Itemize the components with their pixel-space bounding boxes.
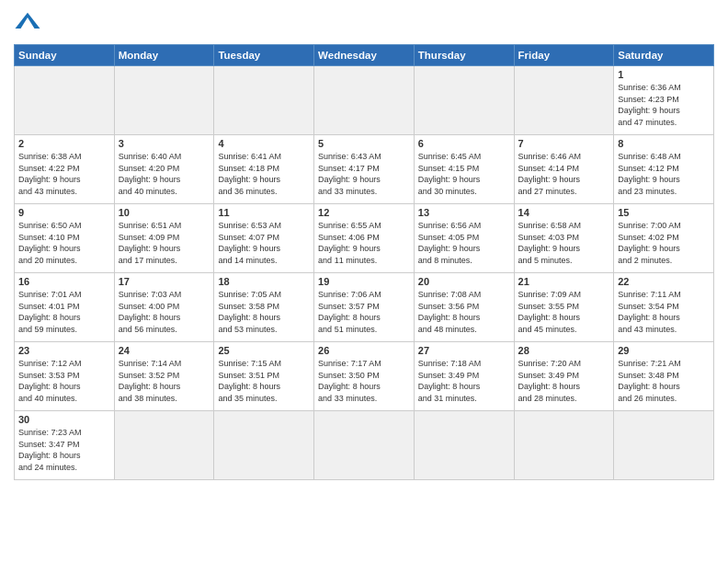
day-info: Sunrise: 7:11 AM Sunset: 3:54 PM Dayligh… (618, 289, 710, 335)
day-number: 4 (218, 138, 310, 149)
calendar-day-cell (514, 66, 614, 135)
day-header-sunday: Sunday (15, 45, 115, 66)
calendar-day-cell (614, 411, 714, 480)
calendar-table: SundayMondayTuesdayWednesdayThursdayFrid… (14, 44, 714, 480)
day-number: 27 (418, 345, 510, 356)
day-number: 8 (618, 138, 710, 149)
logo-icon (14, 9, 41, 37)
calendar-week-row: 9Sunrise: 6:50 AM Sunset: 4:10 PM Daylig… (15, 204, 714, 273)
day-number: 13 (418, 207, 510, 218)
calendar-day-cell: 12Sunrise: 6:55 AM Sunset: 4:06 PM Dayli… (314, 204, 415, 273)
day-number: 19 (318, 276, 410, 287)
day-number: 18 (218, 276, 310, 287)
day-number: 3 (119, 138, 210, 149)
calendar-day-cell: 9Sunrise: 6:50 AM Sunset: 4:10 PM Daylig… (15, 204, 115, 273)
day-info: Sunrise: 7:01 AM Sunset: 4:01 PM Dayligh… (18, 289, 110, 335)
day-info: Sunrise: 7:21 AM Sunset: 3:48 PM Dayligh… (618, 358, 710, 404)
day-number: 11 (218, 207, 310, 218)
calendar-day-cell: 7Sunrise: 6:46 AM Sunset: 4:14 PM Daylig… (514, 135, 614, 204)
calendar-day-cell: 16Sunrise: 7:01 AM Sunset: 4:01 PM Dayli… (15, 273, 115, 342)
calendar-day-cell: 10Sunrise: 6:51 AM Sunset: 4:09 PM Dayli… (114, 204, 214, 273)
calendar-day-cell: 5Sunrise: 6:43 AM Sunset: 4:17 PM Daylig… (314, 135, 415, 204)
calendar-day-cell (314, 411, 415, 480)
calendar-week-row: 1Sunrise: 6:36 AM Sunset: 4:23 PM Daylig… (15, 66, 714, 135)
day-number: 17 (119, 276, 210, 287)
calendar-day-cell: 22Sunrise: 7:11 AM Sunset: 3:54 PM Dayli… (614, 273, 714, 342)
calendar-day-cell (114, 411, 214, 480)
day-header-thursday: Thursday (414, 45, 514, 66)
day-info: Sunrise: 7:05 AM Sunset: 3:58 PM Dayligh… (218, 289, 310, 335)
day-header-monday: Monday (114, 45, 214, 66)
day-info: Sunrise: 7:03 AM Sunset: 4:00 PM Dayligh… (119, 289, 210, 335)
calendar-day-cell: 15Sunrise: 7:00 AM Sunset: 4:02 PM Dayli… (614, 204, 714, 273)
day-info: Sunrise: 7:00 AM Sunset: 4:02 PM Dayligh… (618, 220, 710, 266)
day-header-friday: Friday (514, 45, 614, 66)
day-info: Sunrise: 6:36 AM Sunset: 4:23 PM Dayligh… (618, 82, 710, 128)
calendar-day-cell: 23Sunrise: 7:12 AM Sunset: 3:53 PM Dayli… (15, 342, 115, 411)
calendar-day-cell (214, 411, 314, 480)
day-info: Sunrise: 6:41 AM Sunset: 4:18 PM Dayligh… (218, 151, 310, 197)
day-info: Sunrise: 6:53 AM Sunset: 4:07 PM Dayligh… (218, 220, 310, 266)
day-number: 21 (518, 276, 610, 287)
day-info: Sunrise: 7:15 AM Sunset: 3:51 PM Dayligh… (218, 358, 310, 404)
day-number: 6 (418, 138, 510, 149)
day-header-tuesday: Tuesday (214, 45, 314, 66)
calendar-day-cell: 2Sunrise: 6:38 AM Sunset: 4:22 PM Daylig… (15, 135, 115, 204)
calendar-week-row: 23Sunrise: 7:12 AM Sunset: 3:53 PM Dayli… (15, 342, 714, 411)
day-info: Sunrise: 6:58 AM Sunset: 4:03 PM Dayligh… (518, 220, 610, 266)
day-number: 5 (318, 138, 410, 149)
calendar-day-cell: 19Sunrise: 7:06 AM Sunset: 3:57 PM Dayli… (314, 273, 415, 342)
day-info: Sunrise: 6:38 AM Sunset: 4:22 PM Dayligh… (18, 151, 110, 197)
day-number: 1 (618, 69, 710, 80)
day-number: 24 (119, 345, 210, 356)
day-number: 22 (618, 276, 710, 287)
calendar-day-cell: 4Sunrise: 6:41 AM Sunset: 4:18 PM Daylig… (214, 135, 314, 204)
calendar-day-cell (214, 66, 314, 135)
day-info: Sunrise: 7:20 AM Sunset: 3:49 PM Dayligh… (518, 358, 610, 404)
logo (14, 9, 45, 37)
calendar-day-cell: 6Sunrise: 6:45 AM Sunset: 4:15 PM Daylig… (414, 135, 514, 204)
day-info: Sunrise: 7:18 AM Sunset: 3:49 PM Dayligh… (418, 358, 510, 404)
day-info: Sunrise: 6:56 AM Sunset: 4:05 PM Dayligh… (418, 220, 510, 266)
day-info: Sunrise: 7:09 AM Sunset: 3:55 PM Dayligh… (518, 289, 610, 335)
day-number: 28 (518, 345, 610, 356)
day-info: Sunrise: 6:43 AM Sunset: 4:17 PM Dayligh… (318, 151, 410, 197)
calendar-day-cell (514, 411, 614, 480)
day-info: Sunrise: 6:55 AM Sunset: 4:06 PM Dayligh… (318, 220, 410, 266)
calendar-page: SundayMondayTuesdayWednesdayThursdayFrid… (0, 0, 728, 563)
day-info: Sunrise: 6:45 AM Sunset: 4:15 PM Dayligh… (418, 151, 510, 197)
day-number: 23 (18, 345, 110, 356)
calendar-day-cell (414, 66, 514, 135)
day-header-saturday: Saturday (614, 45, 714, 66)
day-number: 30 (18, 414, 110, 425)
day-header-wednesday: Wednesday (314, 45, 415, 66)
calendar-day-cell: 14Sunrise: 6:58 AM Sunset: 4:03 PM Dayli… (514, 204, 614, 273)
day-info: Sunrise: 6:40 AM Sunset: 4:20 PM Dayligh… (119, 151, 210, 197)
day-info: Sunrise: 7:06 AM Sunset: 3:57 PM Dayligh… (318, 289, 410, 335)
calendar-day-cell: 24Sunrise: 7:14 AM Sunset: 3:52 PM Dayli… (114, 342, 214, 411)
day-info: Sunrise: 6:46 AM Sunset: 4:14 PM Dayligh… (518, 151, 610, 197)
day-info: Sunrise: 7:23 AM Sunset: 3:47 PM Dayligh… (18, 427, 110, 473)
calendar-day-cell: 18Sunrise: 7:05 AM Sunset: 3:58 PM Dayli… (214, 273, 314, 342)
header (14, 9, 714, 37)
calendar-day-cell: 3Sunrise: 6:40 AM Sunset: 4:20 PM Daylig… (114, 135, 214, 204)
day-number: 9 (18, 207, 110, 218)
day-info: Sunrise: 7:08 AM Sunset: 3:56 PM Dayligh… (418, 289, 510, 335)
calendar-day-cell: 30Sunrise: 7:23 AM Sunset: 3:47 PM Dayli… (15, 411, 115, 480)
day-info: Sunrise: 6:50 AM Sunset: 4:10 PM Dayligh… (18, 220, 110, 266)
day-number: 12 (318, 207, 410, 218)
calendar-day-cell (414, 411, 514, 480)
day-number: 7 (518, 138, 610, 149)
day-info: Sunrise: 7:14 AM Sunset: 3:52 PM Dayligh… (119, 358, 210, 404)
calendar-day-cell: 11Sunrise: 6:53 AM Sunset: 4:07 PM Dayli… (214, 204, 314, 273)
calendar-week-row: 2Sunrise: 6:38 AM Sunset: 4:22 PM Daylig… (15, 135, 714, 204)
day-number: 14 (518, 207, 610, 218)
day-info: Sunrise: 7:17 AM Sunset: 3:50 PM Dayligh… (318, 358, 410, 404)
calendar-day-cell: 25Sunrise: 7:15 AM Sunset: 3:51 PM Dayli… (214, 342, 314, 411)
calendar-day-cell: 29Sunrise: 7:21 AM Sunset: 3:48 PM Dayli… (614, 342, 714, 411)
calendar-day-cell: 21Sunrise: 7:09 AM Sunset: 3:55 PM Dayli… (514, 273, 614, 342)
calendar-day-cell: 28Sunrise: 7:20 AM Sunset: 3:49 PM Dayli… (514, 342, 614, 411)
calendar-week-row: 16Sunrise: 7:01 AM Sunset: 4:01 PM Dayli… (15, 273, 714, 342)
calendar-day-cell: 26Sunrise: 7:17 AM Sunset: 3:50 PM Dayli… (314, 342, 415, 411)
calendar-day-cell: 13Sunrise: 6:56 AM Sunset: 4:05 PM Dayli… (414, 204, 514, 273)
